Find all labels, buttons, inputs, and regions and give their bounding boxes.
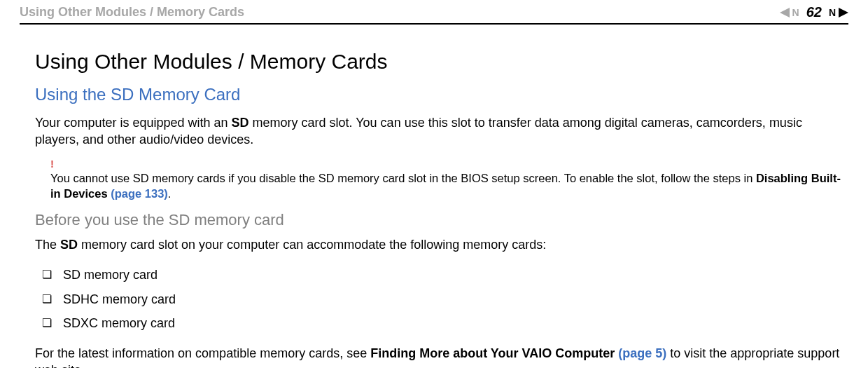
section-heading: Before you use the SD memory card [35, 211, 841, 229]
note-link-page[interactable]: (page 133) [111, 187, 168, 200]
page-header: Using Other Modules / Memory Cards N 62 … [20, 0, 848, 25]
next-n-label: N [829, 7, 836, 18]
bullet-icon: ❏ [42, 289, 52, 310]
list-item-label: SDXC memory card [63, 311, 175, 335]
note-post: . [168, 187, 172, 200]
page-content: Using Other Modules / Memory Cards Using… [20, 25, 848, 368]
list-item: ❏SD memory card [42, 263, 841, 287]
prev-n-label: N [792, 7, 799, 18]
bullet-icon: ❏ [42, 264, 52, 285]
cards-list: ❏SD memory card ❏SDHC memory card ❏SDXC … [42, 263, 841, 335]
page-nav: N 62 N [780, 4, 849, 20]
list-item: ❏SDXC memory card [42, 311, 841, 335]
section-intro-pre: The [35, 238, 60, 252]
page-title: Using Other Modules / Memory Cards [35, 50, 841, 74]
footer-paragraph: For the latest information on compatible… [35, 345, 841, 368]
intro-paragraph: Your computer is equipped with an SD mem… [35, 114, 841, 149]
page-number: 62 [806, 4, 822, 20]
bullet-icon: ❏ [42, 313, 52, 334]
intro-pre: Your computer is equipped with an [35, 116, 232, 130]
section-intro: The SD memory card slot on your computer… [35, 236, 841, 253]
section-intro-post: memory card slot on your computer can ac… [78, 238, 546, 252]
warning-note: ! You cannot use SD memory cards if you … [50, 158, 841, 202]
list-item-label: SDHC memory card [63, 287, 176, 311]
next-page-icon[interactable] [839, 8, 848, 18]
footer-link-page[interactable]: (page 5) [618, 346, 666, 360]
intro-bold: SD [232, 116, 249, 130]
page-subtitle: Using the SD Memory Card [35, 85, 841, 104]
list-item-label: SD memory card [63, 263, 158, 287]
prev-page-icon[interactable] [780, 8, 790, 18]
section-intro-bold: SD [60, 238, 78, 252]
note-pre: You cannot use SD memory cards if you di… [50, 172, 756, 184]
warning-text: You cannot use SD memory cards if you di… [50, 170, 841, 202]
list-item: ❏SDHC memory card [42, 287, 841, 311]
footer-pre: For the latest information on compatible… [35, 346, 370, 360]
breadcrumb: Using Other Modules / Memory Cards [20, 5, 244, 20]
warning-icon: ! [50, 158, 841, 169]
footer-link-text[interactable]: Finding More about Your VAIO Computer [370, 346, 618, 360]
